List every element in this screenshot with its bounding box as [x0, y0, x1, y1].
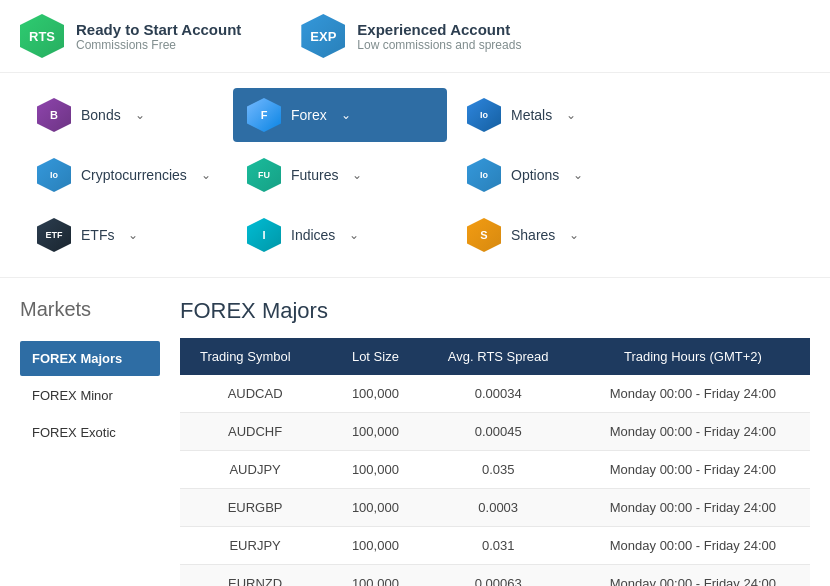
forex-majors-table: Trading Symbol Lot Size Avg. RTS Spread … — [180, 338, 810, 586]
futures-arrow: ⌄ — [352, 168, 362, 182]
forex-icon: F — [247, 98, 281, 132]
cell-lot-size: 100,000 — [330, 413, 420, 451]
bonds-icon: B — [37, 98, 71, 132]
table-row: AUDCHF 100,000 0.00045 Monday 00:00 - Fr… — [180, 413, 810, 451]
cell-symbol: EURGBP — [180, 489, 330, 527]
cell-lot-size: 100,000 — [330, 527, 420, 565]
table-row: AUDCAD 100,000 0.00034 Monday 00:00 - Fr… — [180, 375, 810, 413]
main-content: Markets FOREX Majors FOREX Minor FOREX E… — [0, 278, 830, 586]
cell-hours: Monday 00:00 - Friday 24:00 — [576, 489, 810, 527]
cell-symbol: AUDCHF — [180, 413, 330, 451]
rts-icon: RTS — [20, 14, 64, 58]
nav-crypto[interactable]: Io Cryptocurrencies ⌄ — [23, 148, 227, 202]
etfs-icon: ETF — [37, 218, 71, 252]
options-label: Options — [511, 167, 559, 183]
metals-label: Metals — [511, 107, 552, 123]
table-title: FOREX Majors — [180, 298, 810, 324]
etfs-label: ETFs — [81, 227, 114, 243]
table-area: FOREX Majors Trading Symbol Lot Size Avg… — [180, 298, 810, 586]
futures-label: Futures — [291, 167, 338, 183]
cell-spread: 0.00034 — [421, 375, 576, 413]
cell-hours: Monday 00:00 - Friday 24:00 — [576, 565, 810, 587]
table-row: EURGBP 100,000 0.0003 Monday 00:00 - Fri… — [180, 489, 810, 527]
table-row: AUDJPY 100,000 0.035 Monday 00:00 - Frid… — [180, 451, 810, 489]
shares-arrow: ⌄ — [569, 228, 579, 242]
crypto-label: Cryptocurrencies — [81, 167, 187, 183]
sidebar: Markets FOREX Majors FOREX Minor FOREX E… — [20, 298, 160, 586]
nav-indices[interactable]: I Indices ⌄ — [233, 208, 447, 262]
etfs-arrow: ⌄ — [128, 228, 138, 242]
shares-label: Shares — [511, 227, 555, 243]
metals-icon: Io — [467, 98, 501, 132]
cell-symbol: AUDCAD — [180, 375, 330, 413]
cell-lot-size: 100,000 — [330, 565, 420, 587]
rts-account[interactable]: RTS Ready to Start Account Commissions F… — [20, 14, 241, 58]
col-hours: Trading Hours (GMT+2) — [576, 338, 810, 375]
cell-symbol: EURNZD — [180, 565, 330, 587]
futures-icon: FU — [247, 158, 281, 192]
sidebar-item-forex-minor[interactable]: FOREX Minor — [20, 378, 160, 413]
rts-account-text: Ready to Start Account Commissions Free — [76, 21, 241, 52]
nav-bonds[interactable]: B Bonds ⌄ — [23, 88, 227, 142]
table-row: EURJPY 100,000 0.031 Monday 00:00 - Frid… — [180, 527, 810, 565]
exp-account-subtitle: Low commissions and spreads — [357, 38, 521, 52]
cell-hours: Monday 00:00 - Friday 24:00 — [576, 527, 810, 565]
nav-grid: B Bonds ⌄ F Forex ⌄ Io Metals ⌄ Io Crypt… — [0, 73, 830, 278]
nav-etfs[interactable]: ETF ETFs ⌄ — [23, 208, 227, 262]
sidebar-item-forex-majors[interactable]: FOREX Majors — [20, 341, 160, 376]
sidebar-item-forex-exotic[interactable]: FOREX Exotic — [20, 415, 160, 450]
shares-icon: S — [467, 218, 501, 252]
cell-hours: Monday 00:00 - Friday 24:00 — [576, 413, 810, 451]
col-lot-size: Lot Size — [330, 338, 420, 375]
cell-symbol: EURJPY — [180, 527, 330, 565]
nav-options[interactable]: Io Options ⌄ — [453, 148, 657, 202]
crypto-arrow: ⌄ — [201, 168, 211, 182]
indices-icon: I — [247, 218, 281, 252]
exp-account[interactable]: EXP Experienced Account Low commissions … — [301, 14, 521, 58]
forex-arrow: ⌄ — [341, 108, 351, 122]
table-row: EURNZD 100,000 0.00063 Monday 00:00 - Fr… — [180, 565, 810, 587]
cell-spread: 0.00063 — [421, 565, 576, 587]
cell-spread: 0.031 — [421, 527, 576, 565]
nav-forex[interactable]: F Forex ⌄ — [233, 88, 447, 142]
indices-label: Indices — [291, 227, 335, 243]
options-icon: Io — [467, 158, 501, 192]
cell-lot-size: 100,000 — [330, 489, 420, 527]
col-symbol: Trading Symbol — [180, 338, 330, 375]
cell-lot-size: 100,000 — [330, 451, 420, 489]
exp-account-text: Experienced Account Low commissions and … — [357, 21, 521, 52]
cell-hours: Monday 00:00 - Friday 24:00 — [576, 451, 810, 489]
bonds-label: Bonds — [81, 107, 121, 123]
exp-icon: EXP — [301, 14, 345, 58]
indices-arrow: ⌄ — [349, 228, 359, 242]
metals-arrow: ⌄ — [566, 108, 576, 122]
cell-hours: Monday 00:00 - Friday 24:00 — [576, 375, 810, 413]
cell-spread: 0.00045 — [421, 413, 576, 451]
forex-label: Forex — [291, 107, 327, 123]
nav-metals[interactable]: Io Metals ⌄ — [453, 88, 657, 142]
exp-account-title: Experienced Account — [357, 21, 521, 38]
crypto-icon: Io — [37, 158, 71, 192]
cell-symbol: AUDJPY — [180, 451, 330, 489]
sidebar-title: Markets — [20, 298, 160, 321]
cell-spread: 0.0003 — [421, 489, 576, 527]
accounts-bar: RTS Ready to Start Account Commissions F… — [0, 0, 830, 73]
nav-shares[interactable]: S Shares ⌄ — [453, 208, 657, 262]
rts-account-title: Ready to Start Account — [76, 21, 241, 38]
table-header-row: Trading Symbol Lot Size Avg. RTS Spread … — [180, 338, 810, 375]
rts-account-subtitle: Commissions Free — [76, 38, 241, 52]
bonds-arrow: ⌄ — [135, 108, 145, 122]
nav-futures[interactable]: FU Futures ⌄ — [233, 148, 447, 202]
cell-lot-size: 100,000 — [330, 375, 420, 413]
col-spread: Avg. RTS Spread — [421, 338, 576, 375]
cell-spread: 0.035 — [421, 451, 576, 489]
options-arrow: ⌄ — [573, 168, 583, 182]
